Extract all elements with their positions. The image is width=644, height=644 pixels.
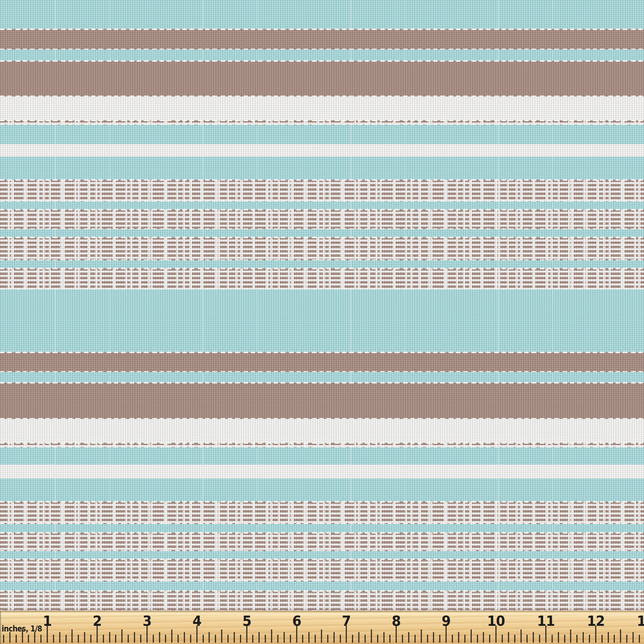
ruler-tick	[252, 635, 253, 643]
ruler-tick	[333, 632, 334, 643]
ruler-tick	[122, 629, 123, 643]
ruler-tick	[589, 635, 590, 643]
ruler-tick	[489, 635, 490, 643]
fabric-stripe-aqua	[0, 289, 644, 352]
fabric-stripe-white	[0, 96, 644, 120]
ruler-tick	[140, 635, 141, 643]
fabric-swatch	[0, 0, 644, 611]
ruler-tick	[402, 635, 403, 643]
ruler-tick	[165, 635, 166, 643]
fabric-stripe-aqua	[0, 551, 644, 559]
fabric-product-photo: inches, 1/8 12345678910111213	[0, 0, 644, 644]
ruler-tick	[171, 629, 172, 643]
ruler-tick	[265, 635, 266, 643]
fabric-stripe-dash-band	[0, 591, 644, 611]
ruler-tick	[41, 635, 42, 643]
fabric-stripe-dash-band	[0, 533, 644, 551]
ruler-left-edge	[0, 611, 1, 644]
ruler-tick	[414, 635, 415, 643]
fabric-stripe-aqua	[0, 229, 644, 237]
ruler-number: 13	[637, 613, 644, 629]
ruler-tick	[284, 632, 284, 643]
ruler-tick	[458, 632, 459, 643]
ruler-tick	[128, 635, 129, 643]
ruler-number: 1	[43, 613, 52, 629]
ruler-tick	[626, 635, 627, 643]
fabric-stripe-dash-band	[0, 209, 644, 229]
ruler-tick	[159, 632, 160, 643]
fabric-stripe-taupe	[0, 29, 644, 50]
ruler-tick	[377, 635, 378, 643]
ruler-tick	[59, 632, 60, 643]
fabric-stripe-aqua	[0, 260, 644, 268]
ruler-tick	[16, 635, 17, 643]
ruler-tick	[340, 635, 341, 643]
ruler-tick	[78, 635, 79, 643]
fabric-stripe-aqua	[0, 447, 644, 465]
fabric-stripe-aqua	[0, 582, 644, 591]
fabric-stripe-dash-band	[0, 502, 644, 524]
ruler-number: 12	[587, 613, 605, 629]
ruler-tick	[408, 632, 409, 643]
ruler-tick	[383, 632, 384, 643]
fabric-stripe-aqua	[0, 125, 644, 144]
ruler-tick	[577, 635, 578, 643]
ruler-tick	[427, 635, 428, 643]
ruler-tick	[477, 635, 478, 643]
ruler-tick	[327, 635, 328, 643]
ruler-tick	[72, 629, 73, 643]
ruler-tick	[520, 629, 521, 643]
fabric-stripe-taupe	[0, 61, 644, 96]
fabric-stripe-aqua	[0, 50, 644, 61]
ruler-number: 5	[242, 613, 251, 629]
ruler-tick	[240, 635, 241, 643]
ruler-tick	[371, 629, 372, 643]
ruler-tick	[302, 635, 303, 643]
ruler-tick	[153, 635, 154, 643]
ruler-tick	[134, 632, 135, 643]
fabric-stripe-aqua	[0, 0, 644, 29]
ruler-tick	[277, 635, 278, 643]
ruler-tick	[564, 635, 565, 643]
ruler-tick	[452, 635, 453, 643]
ruler-tick	[551, 635, 552, 643]
ruler-tick	[215, 635, 216, 643]
ruler-tick	[9, 632, 10, 643]
ruler-tick	[178, 635, 179, 643]
fabric-stripe-aqua	[0, 157, 644, 180]
ruler-tick	[608, 632, 609, 643]
ruler-tick	[3, 635, 4, 643]
ruler-tick	[471, 629, 472, 643]
ruler-tick	[190, 635, 191, 643]
ruler-tick	[259, 632, 260, 643]
ruler-tick	[352, 635, 353, 643]
ruler-tick	[203, 635, 204, 643]
ruler-tick	[508, 632, 509, 643]
ruler-tick	[359, 632, 360, 643]
ruler-tick	[84, 632, 85, 643]
ruler-tick	[109, 632, 110, 643]
ruler-tick	[558, 632, 559, 643]
ruler-tick	[464, 635, 465, 643]
fabric-stripe-dash-band	[0, 237, 644, 260]
ruler-tick	[321, 629, 322, 643]
ruler-number: 8	[392, 613, 401, 629]
ruler-tick	[390, 635, 391, 643]
ruler-number: 7	[342, 613, 351, 629]
ruler-tick	[34, 632, 35, 643]
fabric-stripe-dash-band	[0, 268, 644, 289]
fabric-stripe-aqua	[0, 202, 644, 209]
ruler-tick	[533, 632, 534, 643]
fabric-stripe-aqua	[0, 524, 644, 533]
ruler-tick	[228, 635, 229, 643]
ruler-tick	[364, 635, 365, 643]
ruler-tick	[209, 632, 210, 643]
ruler-tick	[315, 635, 316, 643]
fabric-stripe-dash-band	[0, 443, 644, 447]
ruler-tick	[502, 635, 503, 643]
ruler-number: 9	[442, 613, 451, 629]
ruler-tick	[614, 635, 615, 643]
ruler-tick	[539, 635, 540, 643]
fabric-stripe-white	[0, 144, 644, 157]
ruler-tick	[583, 632, 584, 643]
